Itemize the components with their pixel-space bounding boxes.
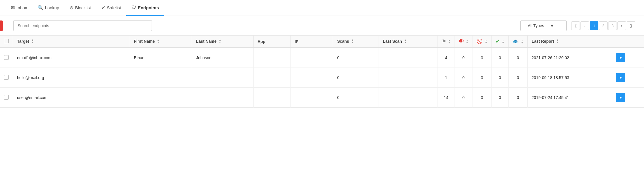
row-eye-val-0: 0 [455, 48, 472, 68]
firstname-sort-icon[interactable]: ▲▼ [157, 39, 159, 44]
row-flag-val-2: 14 [438, 88, 455, 108]
page-prev-button[interactable]: ‹ [580, 21, 589, 30]
row-block-val-0: 0 [472, 48, 492, 68]
endpoints-table-container: Target ▲▼ First Name ▲▼ Last Name ▲▼ App… [0, 35, 644, 108]
th-eye[interactable]: 👁 ▲▼ [455, 36, 472, 48]
fish-icon: 🐟 [513, 39, 519, 44]
th-ip: IP [291, 36, 333, 48]
th-flag[interactable]: ⚑ ▲▼ [438, 36, 455, 48]
th-lastname[interactable]: Last Name ▲▼ [192, 36, 254, 48]
row-action-button-0[interactable]: ▾ [616, 53, 625, 62]
th-firstname-label: First Name [134, 39, 155, 44]
row-flag-val-0: 4 [438, 48, 455, 68]
th-app: App [253, 36, 291, 48]
row-firstname-0: Ethan [130, 48, 192, 68]
th-target[interactable]: Target ▲▼ [13, 36, 130, 48]
row-lastscan-2 [379, 88, 438, 108]
pagination: ⟪ ‹ 1 2 3 › ⟫ [571, 21, 635, 30]
table-row: email1@inbox.com Ethan Johnson 0 4 0 0 0… [0, 48, 644, 68]
row-firstname-2 [130, 88, 192, 108]
row-checkbox-0[interactable] [4, 55, 9, 60]
nav-label-inbox: Inbox [16, 5, 27, 10]
check-sort-icon[interactable]: ▲▼ [502, 40, 504, 45]
row-ip-0 [291, 48, 333, 68]
th-lastscan-label: Last Scan [383, 39, 402, 44]
inbox-icon: ✉ [11, 5, 15, 10]
row-scans-1: 0 [333, 68, 379, 88]
row-lastname-1 [192, 68, 254, 88]
th-block[interactable]: 🚫 ▲▼ [472, 36, 492, 48]
row-action-button-2[interactable]: ▾ [616, 93, 625, 102]
eye-sort-icon[interactable]: ▲▼ [466, 39, 468, 44]
row-lastname-0: Johnson [192, 48, 254, 68]
row-ip-2 [291, 88, 333, 108]
row-scans-2: 0 [333, 88, 379, 108]
nav-label-safelist: Safelist [107, 5, 121, 10]
blocklist-icon: ⊙ [70, 5, 73, 10]
row-checkbox-cell [0, 48, 13, 68]
page-1-button[interactable]: 1 [590, 21, 598, 30]
scans-sort-icon[interactable]: ▲▼ [351, 39, 354, 44]
checkmark-icon: ✔ [496, 39, 500, 44]
row-lastname-2 [192, 88, 254, 108]
fish-sort-icon[interactable]: ▲▼ [521, 40, 523, 45]
lastreport-sort-icon[interactable]: ▲▼ [556, 39, 559, 44]
page-first-button[interactable]: ⟪ [571, 21, 580, 30]
th-lastscan[interactable]: Last Scan ▲▼ [379, 36, 438, 48]
th-scans[interactable]: Scans ▲▼ [333, 36, 379, 48]
row-lastreport-1: 2019-09-18 18:57:53 [527, 68, 612, 88]
row-check-val-2: 0 [492, 88, 509, 108]
type-filter-label: -- All Types -- [524, 23, 548, 28]
target-sort-icon[interactable]: ▲▼ [31, 39, 34, 44]
row-action-cell-1: ▾ [612, 68, 644, 88]
th-scans-label: Scans [337, 39, 349, 44]
nav-item-lookup[interactable]: 🔍 Lookup [32, 0, 64, 16]
row-lastreport-2: 2019-07-24 17:45:41 [527, 88, 612, 108]
page-2-button[interactable]: 2 [599, 21, 608, 30]
block-sort-icon[interactable]: ▲▼ [485, 40, 487, 45]
th-fish[interactable]: 🐟 ▲▼ [509, 36, 528, 48]
page-next-button[interactable]: › [617, 21, 626, 30]
lastname-sort-icon[interactable]: ▲▼ [219, 39, 221, 44]
row-eye-val-2: 0 [455, 88, 472, 108]
row-action-cell-2: ▾ [612, 88, 644, 108]
search-input[interactable] [13, 20, 152, 31]
th-app-label: App [258, 39, 265, 44]
row-app-2 [253, 88, 291, 108]
row-action-button-1[interactable]: ▾ [616, 73, 625, 82]
page-3-button[interactable]: 3 [608, 21, 617, 30]
row-check-val-0: 0 [492, 48, 509, 68]
th-check[interactable]: ✔ ▲▼ [492, 36, 509, 48]
endpoints-icon: 🛡 [131, 5, 136, 10]
nav-item-blocklist[interactable]: ⊙ Blocklist [64, 0, 96, 16]
row-checkbox-1[interactable] [4, 75, 9, 80]
row-fish-val-1: 0 [509, 68, 528, 88]
nav-item-safelist[interactable]: ✔ Safelist [96, 0, 126, 16]
th-action [612, 36, 644, 48]
row-lastscan-1 [379, 68, 438, 88]
th-lastreport[interactable]: Last Report ▲▼ [527, 36, 612, 48]
row-lastreport-0: 2021-07-26 21:29:02 [527, 48, 612, 68]
row-lastscan-0 [379, 48, 438, 68]
table-row: user@email.com 0 14 0 0 0 0 2019-07-24 1… [0, 88, 644, 108]
row-target-0: email1@inbox.com [13, 48, 130, 68]
header-checkbox[interactable] [4, 39, 9, 43]
nav-label-blocklist: Blocklist [75, 5, 91, 10]
lastscan-sort-icon[interactable]: ▲▼ [404, 39, 407, 44]
row-block-val-2: 0 [472, 88, 492, 108]
type-filter-select[interactable]: -- All Types -- ▾ [520, 20, 567, 31]
safelist-icon: ✔ [101, 5, 105, 10]
row-fish-val-2: 0 [509, 88, 528, 108]
chevron-down-icon: ▾ [551, 23, 553, 29]
nav-item-endpoints[interactable]: 🛡 Endpoints [126, 0, 164, 16]
nav-label-lookup: Lookup [45, 5, 59, 10]
row-checkbox-2[interactable] [4, 95, 9, 100]
page-last-button[interactable]: ⟫ [627, 21, 635, 30]
nav-bar: ✉ Inbox 🔍 Lookup ⊙ Blocklist ✔ Safelist … [0, 0, 644, 16]
row-eye-val-1: 0 [455, 68, 472, 88]
nav-item-inbox[interactable]: ✉ Inbox [6, 0, 32, 16]
row-block-val-1: 0 [472, 68, 492, 88]
flag-sort-icon[interactable]: ▲▼ [448, 39, 451, 44]
row-scans-0: 0 [333, 48, 379, 68]
th-firstname[interactable]: First Name ▲▼ [130, 36, 192, 48]
